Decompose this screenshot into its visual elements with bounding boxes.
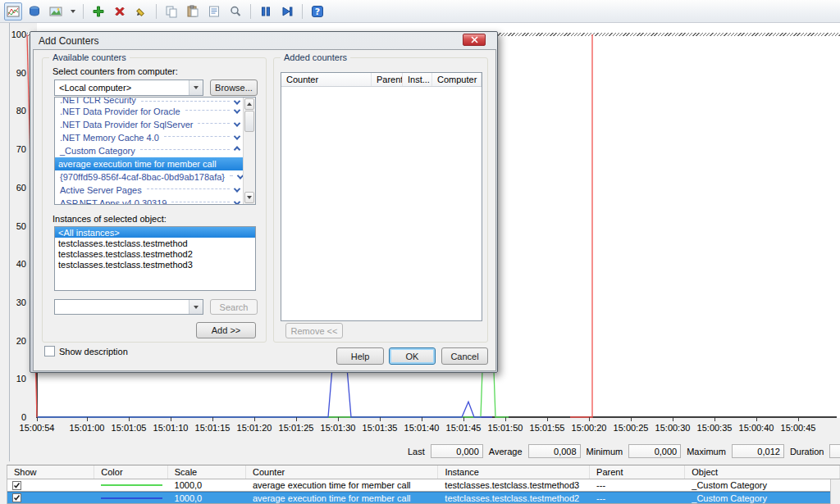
graph-type-dropdown[interactable] [68, 2, 77, 20]
legend-column-header[interactable]: Parent [590, 465, 685, 479]
chevron-down-icon[interactable] [234, 198, 240, 204]
counter-item[interactable]: .NET Memory Cache 4.0 [55, 131, 243, 144]
counter-item[interactable]: .NET Data Provider for Oracle [55, 105, 243, 118]
legend-column-header[interactable]: Color [94, 465, 167, 479]
add-button[interactable]: Add >> [196, 322, 256, 338]
help-dialog-button[interactable]: Help [336, 347, 384, 365]
update-data-button[interactable] [278, 2, 296, 20]
instance-item[interactable]: testclasses.testclass.testmethod3 [55, 259, 255, 270]
counter-item[interactable]: average execution time for member call [55, 157, 243, 170]
legend-scale-cell: 1000,0 [168, 479, 246, 492]
legend-header-row[interactable]: ShowColorScaleCounterInstanceParentObjec… [7, 465, 840, 479]
show-checkbox[interactable] [12, 481, 21, 490]
cancel-button[interactable]: Cancel [441, 347, 488, 365]
counter-item[interactable]: .NET Data Provider for SqlServer [55, 118, 243, 131]
instance-item[interactable]: testclasses.testclass.testmethod2 [55, 248, 255, 259]
counter-item[interactable]: Active Server Pages [55, 184, 243, 197]
counter-item[interactable]: _Custom Category [55, 144, 243, 157]
legend-row[interactable]: 1000,0average execution time for member … [7, 479, 840, 492]
computer-combobox[interactable]: <Local computer> [54, 79, 203, 96]
x-tick [714, 417, 715, 421]
value-bar: Last 0,000 Average 0,008 Minimum 0,000 M… [406, 444, 840, 458]
close-button[interactable] [463, 34, 486, 46]
added-column-header[interactable]: Counter [281, 73, 372, 86]
show-description-checkbox[interactable] [44, 346, 55, 356]
delete-counter-button[interactable] [111, 2, 129, 20]
added-counters-group: Added counters CounterParentInst...Compu… [273, 57, 488, 343]
chevron-down-icon[interactable] [234, 120, 240, 126]
counter-item[interactable]: {970ffd59-856f-4caf-8bac-0bd9ab178afa} [55, 170, 243, 184]
show-description-row: Show description [44, 346, 128, 356]
chevron-down-icon[interactable] [234, 185, 240, 192]
y-tick-label: 90 [2, 68, 26, 78]
legend-column-header[interactable]: Object [685, 465, 840, 479]
dotted-leader [185, 110, 230, 111]
minimum-value: 0,000 [628, 444, 681, 458]
x-tick [631, 417, 632, 421]
counter-list-scrollbar[interactable] [243, 98, 255, 204]
maximum-label: Maximum [685, 447, 728, 456]
dotted-leader [164, 136, 230, 137]
combo-dropdown-button[interactable] [189, 300, 203, 314]
y-tick-label: 70 [2, 144, 26, 154]
instance-item[interactable]: <All instances> [55, 227, 255, 238]
counter-item[interactable]: .NET CLR Security [55, 98, 243, 105]
ok-button[interactable]: OK [389, 347, 436, 365]
counter-item[interactable]: ASP.NET Apps v4.0.30319 [55, 197, 243, 204]
instances-list[interactable]: <All instances>testclasses.testclass.tes… [54, 226, 256, 291]
legend-counter-cell: average execution time for member call [246, 492, 438, 504]
browse-button[interactable]: Browse... [210, 79, 258, 96]
properties-button[interactable] [205, 2, 223, 20]
x-tick-label: 15:00:40 [739, 423, 774, 433]
view-current-activity-button[interactable] [4, 2, 22, 20]
help-button[interactable]: ? [308, 2, 326, 20]
average-label: Average [487, 447, 524, 456]
add-counter-button[interactable] [89, 2, 107, 20]
combo-dropdown-button[interactable] [189, 80, 203, 95]
zoom-button[interactable] [226, 2, 244, 20]
copy-properties-button[interactable] [162, 2, 180, 20]
scroll-down-button[interactable] [244, 192, 254, 203]
chevron-down-icon[interactable] [234, 98, 240, 104]
legend-scrollbar[interactable] [830, 479, 840, 504]
legend-column-header[interactable]: Counter [246, 465, 438, 479]
highlight-button[interactable] [132, 2, 150, 20]
legend-row[interactable]: 1000,0average execution time for member … [7, 492, 840, 504]
chevron-down-icon[interactable] [234, 107, 240, 113]
paste-counter-list-button[interactable] [184, 2, 202, 20]
chevron-down-icon[interactable] [234, 133, 240, 139]
added-column-header[interactable]: Computer [432, 73, 482, 86]
dotted-leader [171, 202, 230, 202]
close-x-icon [471, 36, 478, 43]
view-log-data-button[interactable] [25, 2, 43, 20]
show-checkbox[interactable] [12, 493, 21, 502]
show-description-label: Show description [59, 347, 128, 356]
change-graph-type-button[interactable] [47, 2, 65, 20]
x-tick [505, 417, 506, 421]
legend-column-header[interactable]: Instance [438, 465, 590, 479]
freeze-display-button[interactable] [257, 2, 275, 20]
legend-column-header[interactable]: Scale [168, 465, 246, 479]
remove-button[interactable]: Remove << [285, 323, 343, 338]
instance-item[interactable]: testclasses.testclass.testmethod [55, 238, 255, 248]
instance-search-combobox[interactable] [54, 299, 203, 315]
added-column-header[interactable]: Parent [372, 73, 403, 86]
scroll-up-button[interactable] [244, 98, 254, 110]
search-button[interactable]: Search [210, 299, 258, 315]
legend-rows: 1000,0average execution time for member … [7, 479, 840, 504]
x-tick-label: 15:01:25 [279, 423, 314, 433]
legend-parent-cell: --- [590, 492, 685, 504]
chevron-up-icon[interactable] [234, 146, 240, 152]
legend-column-header[interactable]: Show [7, 465, 94, 479]
chevron-down-icon[interactable] [237, 172, 243, 179]
x-tick [338, 417, 339, 421]
added-counters-header[interactable]: CounterParentInst...Computer [281, 73, 482, 87]
legend-show-cell [7, 492, 94, 504]
x-tick-label: 15:00:25 [614, 423, 649, 433]
added-column-header[interactable]: Inst... [403, 73, 432, 86]
dialog-titlebar[interactable]: Add Counters [33, 32, 495, 49]
counter-list[interactable]: .NET CLR Security.NET Data Provider for … [54, 97, 256, 205]
select-computer-label: Select counters from computer: [52, 66, 178, 76]
scroll-thumb[interactable] [244, 111, 254, 132]
x-tick-label: 15:00:35 [697, 423, 733, 433]
